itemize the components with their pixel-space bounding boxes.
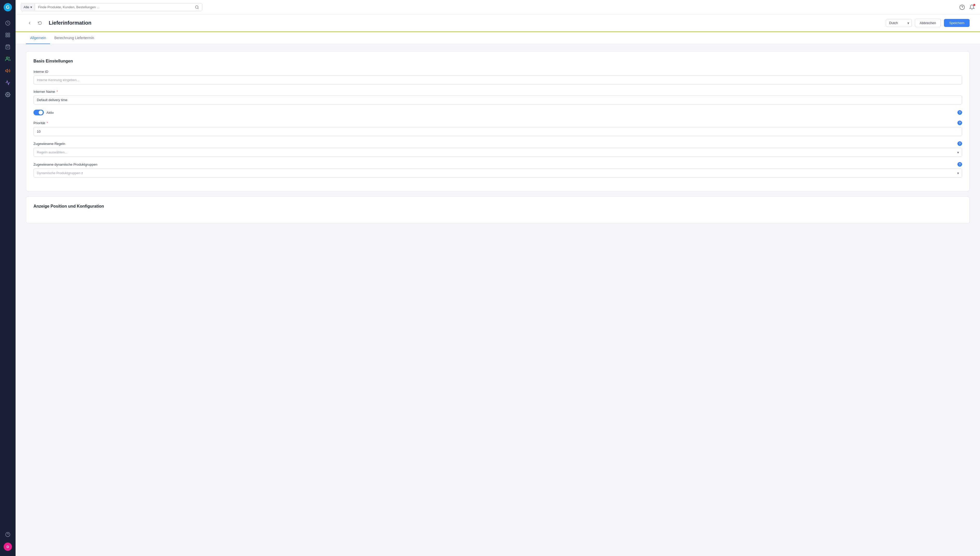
back-button[interactable]: [26, 19, 33, 27]
interne-id-label: Interne ID: [34, 70, 962, 74]
tab-allgemein[interactable]: Allgemein: [26, 32, 50, 44]
sidebar-item-marketing[interactable]: [3, 66, 13, 76]
section-title-basis: Basis Einstellungen: [34, 59, 962, 63]
search-button[interactable]: [192, 4, 202, 11]
aktiv-help-icon[interactable]: ?: [957, 110, 962, 115]
topbar: Alle ▾: [16, 0, 980, 15]
svg-text:G: G: [6, 5, 10, 10]
sidebar-item-dashboard[interactable]: [3, 18, 13, 28]
produktgruppen-help-icon[interactable]: ?: [957, 162, 962, 166]
page-scroll-area: Lieferinformation Dutch German English ▾…: [16, 15, 980, 556]
produktgruppen-label-left: Zugewiesene dynamische Produktgruppen: [34, 163, 97, 166]
interne-id-input[interactable]: [34, 76, 962, 84]
search-prefix-chevron: ▾: [30, 5, 32, 9]
search-bar[interactable]: Alle ▾: [21, 3, 202, 11]
page-header: Lieferinformation Dutch German English ▾…: [16, 15, 980, 32]
produktgruppen-group: Zugewiesene dynamische Produktgruppen ? …: [34, 162, 962, 178]
prioritaet-help-icon[interactable]: ?: [957, 121, 962, 125]
zugewiesene-regeln-group: Zugewiesene Regeln ? Regeln auswählen...…: [34, 141, 962, 157]
tabs-bar: Allgemein Berechnung Liefertermin: [16, 32, 980, 44]
sidebar-item-promotions[interactable]: [3, 78, 13, 88]
search-prefix-dropdown[interactable]: Alle ▾: [21, 4, 35, 11]
produktgruppen-select-wrapper: Dynamische Produktgruppen z ▾: [34, 168, 962, 178]
basis-einstellungen-section: Basis Einstellungen Interne ID Interner …: [26, 51, 970, 191]
app-logo[interactable]: G: [3, 3, 13, 12]
language-selector-wrapper: Dutch German English ▾: [886, 19, 912, 27]
sidebar: G D: [0, 0, 16, 556]
search-prefix-label: Alle: [24, 5, 29, 9]
save-button[interactable]: Speichern: [944, 19, 970, 27]
interner-name-group: Interner Name *: [34, 90, 962, 105]
interne-id-group: Interne ID: [34, 70, 962, 84]
interner-name-input[interactable]: [34, 95, 962, 105]
svg-rect-3: [6, 33, 8, 35]
svg-point-13: [195, 6, 198, 8]
regeln-select[interactable]: Regeln auswählen...: [34, 148, 962, 157]
notification-badge: [973, 4, 975, 6]
sidebar-item-products[interactable]: [3, 42, 13, 52]
prioritaet-label-left: Priorität *: [34, 121, 48, 125]
produktgruppen-select[interactable]: Dynamische Produktgruppen z: [34, 168, 962, 178]
anzeige-position-section: Anzeige Position und Konfiguration: [26, 197, 970, 223]
prioritaet-group: Priorität * ?: [34, 121, 962, 136]
prioritaet-input[interactable]: [34, 127, 962, 136]
history-button[interactable]: [36, 19, 44, 27]
section-title-anzeige: Anzeige Position und Konfiguration: [34, 204, 962, 208]
page-title: Lieferinformation: [49, 20, 883, 26]
search-input[interactable]: [35, 3, 192, 11]
tab-berechnung[interactable]: Berechnung Liefertermin: [50, 32, 98, 44]
language-select[interactable]: Dutch German English: [886, 19, 912, 27]
main-content: Alle ▾: [16, 0, 980, 556]
interner-name-label: Interner Name *: [34, 90, 962, 94]
regeln-label-left: Zugewiesene Regeln: [34, 142, 65, 145]
regeln-help-icon[interactable]: ?: [957, 141, 962, 146]
produktgruppen-label-text: Zugewiesene dynamische Produktgruppen: [34, 163, 97, 166]
aktiv-label: Aktiv: [47, 111, 54, 115]
topbar-actions: [959, 5, 975, 10]
interner-name-required: *: [57, 90, 58, 94]
cancel-button[interactable]: Abbrechen: [915, 19, 941, 27]
prioritaet-required: *: [47, 121, 48, 125]
prioritaet-label-row: Priorität * ?: [34, 121, 962, 125]
interner-name-label-text: Interner Name: [34, 90, 55, 94]
notification-button[interactable]: [969, 5, 975, 10]
regeln-select-wrapper: Regeln auswählen... ▾: [34, 148, 962, 157]
aktiv-toggle[interactable]: [34, 110, 44, 115]
user-avatar[interactable]: D: [4, 543, 12, 551]
svg-line-14: [198, 8, 198, 9]
sidebar-item-orders[interactable]: [3, 30, 13, 40]
aktiv-toggle-row: Aktiv ?: [34, 110, 962, 115]
svg-rect-4: [8, 33, 10, 35]
toggle-knob: [39, 110, 43, 115]
svg-marker-9: [6, 69, 8, 72]
svg-rect-5: [6, 36, 8, 37]
regeln-label-row: Zugewiesene Regeln ?: [34, 141, 962, 146]
svg-rect-6: [8, 36, 10, 37]
svg-point-10: [7, 94, 8, 95]
produktgruppen-label-row: Zugewiesene dynamische Produktgruppen ?: [34, 162, 962, 166]
sidebar-item-settings[interactable]: [3, 89, 13, 100]
form-area: Basis Einstellungen Interne ID Interner …: [16, 44, 980, 236]
help-icon-button[interactable]: [959, 5, 965, 10]
sidebar-item-customers[interactable]: [3, 54, 13, 64]
interne-id-label-text: Interne ID: [34, 70, 48, 74]
svg-point-8: [6, 57, 8, 59]
regeln-label-text: Zugewiesene Regeln: [34, 142, 65, 145]
prioritaet-label-text: Priorität: [34, 121, 45, 125]
sidebar-item-help[interactable]: [3, 529, 13, 540]
